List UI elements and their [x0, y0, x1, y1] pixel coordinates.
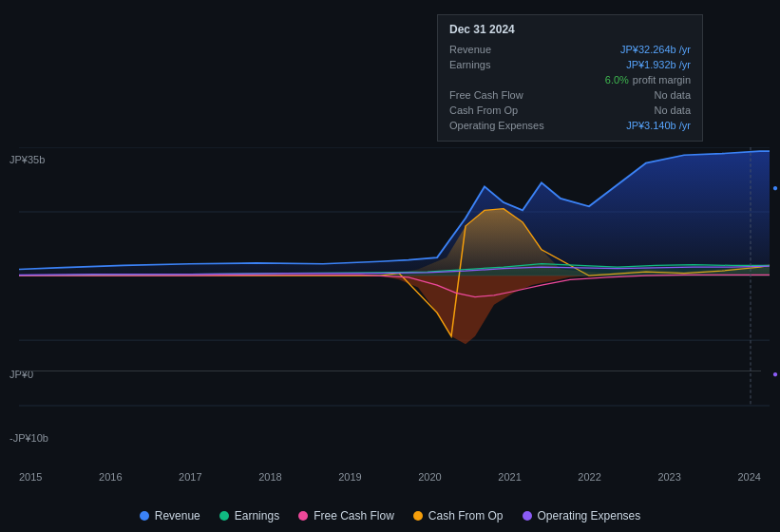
x-axis-labels: 2015 2016 2017 2018 2019 2020 2021 2022 …: [19, 471, 761, 483]
legend-item-cashop[interactable]: Cash From Op: [413, 509, 504, 522]
legend-dot-opex: [523, 511, 532, 521]
tooltip-label-fcf: Free Cash Flow: [449, 89, 563, 101]
tooltip-value-opex: JP¥3.140b /yr: [626, 120, 691, 131]
x-label-2022: 2022: [578, 471, 600, 483]
tooltip-row-cashop: Cash From Op No data: [449, 103, 691, 118]
legend-label-cashop: Cash From Op: [428, 509, 504, 522]
chart-svg: [0, 147, 780, 470]
tooltip-row-fcf: Free Cash Flow No data: [449, 87, 691, 103]
legend-item-fcf[interactable]: Free Cash Flow: [298, 509, 394, 522]
x-label-2023: 2023: [657, 471, 680, 483]
x-label-2018: 2018: [258, 471, 281, 483]
x-label-2016: 2016: [99, 471, 122, 483]
legend-label-revenue: Revenue: [155, 509, 200, 522]
legend-dot-earnings: [219, 511, 229, 521]
legend-item-earnings[interactable]: Earnings: [219, 509, 279, 522]
tooltip-value-fcf: No data: [654, 89, 691, 101]
x-label-2024: 2024: [737, 471, 760, 483]
tooltip-label-revenue: Revenue: [449, 44, 563, 55]
tooltip-value-margin: 6.0% profit margin: [605, 74, 691, 86]
legend-item-revenue[interactable]: Revenue: [140, 509, 200, 522]
tooltip-row-earnings: Earnings JP¥1.932b /yr: [449, 57, 691, 72]
tooltip-value-earnings: JP¥1.932b /yr: [626, 59, 691, 70]
tooltip-label-earnings: Earnings: [449, 59, 563, 70]
x-label-2020: 2020: [418, 471, 441, 483]
legend-label-opex: Operating Expenses: [538, 509, 641, 522]
chart-container: Dec 31 2024 Revenue JP¥32.264b /yr Earni…: [0, 0, 780, 532]
tooltip-row-opex: Operating Expenses JP¥3.140b /yr: [449, 118, 691, 133]
tooltip-row-revenue: Revenue JP¥32.264b /yr: [449, 42, 691, 57]
tooltip-row-margin: 6.0% profit margin: [449, 72, 691, 87]
x-label-2015: 2015: [19, 471, 42, 483]
tooltip-date: Dec 31 2024: [449, 23, 691, 36]
x-label-2019: 2019: [338, 471, 361, 483]
legend-label-earnings: Earnings: [235, 509, 279, 522]
legend-label-fcf: Free Cash Flow: [314, 509, 394, 522]
legend-dot-revenue: [140, 511, 149, 521]
tooltip: Dec 31 2024 Revenue JP¥32.264b /yr Earni…: [437, 14, 703, 142]
legend-dot-cashop: [413, 511, 423, 521]
x-label-2021: 2021: [498, 471, 521, 483]
legend-dot-fcf: [298, 511, 308, 521]
x-label-2017: 2017: [179, 471, 201, 483]
tooltip-label-opex: Operating Expenses: [449, 120, 563, 131]
tooltip-value-revenue: JP¥32.264b /yr: [620, 44, 691, 55]
legend-item-opex[interactable]: Operating Expenses: [523, 509, 641, 522]
chart-legend: Revenue Earnings Free Cash Flow Cash Fro…: [0, 509, 780, 522]
tooltip-label-cashop: Cash From Op: [449, 104, 563, 116]
tooltip-value-cashop: No data: [654, 104, 691, 116]
